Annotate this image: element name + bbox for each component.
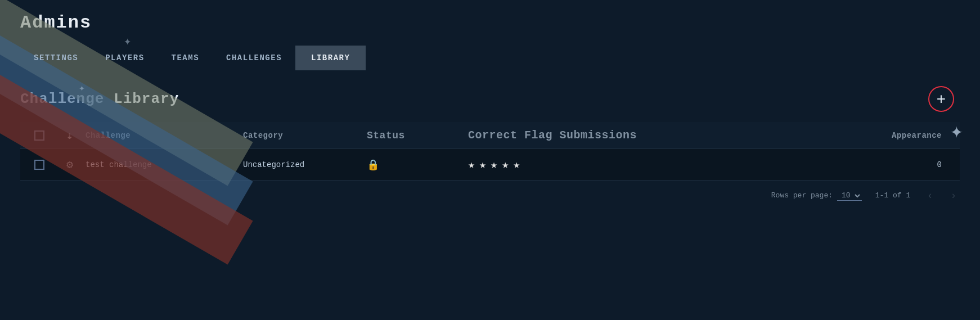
row-action-col: ⚙ [54, 157, 86, 172]
table-header: ⇣ Challenge Category Status Correct Flag… [20, 122, 960, 149]
header-category: Category [243, 131, 367, 140]
rows-per-page-select[interactable]: 5 10 25 50 [837, 191, 862, 201]
header-action-col: ⇣ [54, 128, 86, 142]
star-3: ★ [491, 157, 497, 172]
star-1: ★ [468, 157, 475, 172]
header-challenge: Challenge [86, 131, 243, 140]
tab-teams[interactable]: TEAMS [158, 48, 213, 68]
gear-icon[interactable]: ⚙ [66, 157, 73, 172]
next-page-button[interactable]: › [947, 188, 960, 202]
nav-tabs: SETTINGS PLAYERS TEAMS CHALLENGES LIBRAR… [0, 33, 980, 70]
row-flags: ★ ★ ★ ★ ★ [468, 157, 865, 172]
header-checkbox-col [25, 130, 54, 141]
prev-page-button[interactable]: ‹ [924, 188, 936, 202]
table-footer: Rows per page: 5 10 25 50 1-1 of 1 ‹ › [0, 181, 980, 210]
rows-per-page-label: Rows per page: [771, 191, 833, 200]
add-challenge-button[interactable]: + [928, 86, 954, 112]
row-status: 🔒 [367, 159, 468, 171]
table-row: ⚙ test challenge Uncategorized 🔒 ★ ★ ★ ★… [20, 149, 960, 181]
row-appearance: 0 [865, 160, 955, 169]
tab-challenges[interactable]: CHALLENGES [213, 48, 295, 68]
row-checkbox[interactable] [34, 160, 44, 170]
header-status: Status [367, 130, 468, 141]
page-title: Challenge Library [20, 91, 179, 107]
row-challenge-name[interactable]: test challenge [86, 160, 243, 169]
row-category: Uncategorized [243, 160, 367, 169]
challenges-table: ⇣ Challenge Category Status Correct Flag… [20, 122, 960, 181]
tab-library[interactable]: LIBRARY [295, 46, 366, 70]
star-4: ★ [502, 157, 509, 172]
download-icon[interactable]: ⇣ [66, 128, 74, 142]
tab-players[interactable]: PLAYERS [92, 48, 158, 68]
header-flags: Correct Flag Submissions [468, 129, 865, 142]
star-2: ★ [479, 157, 486, 172]
pagination-info: 1-1 of 1 [873, 191, 912, 200]
lock-icon: 🔒 [367, 160, 379, 171]
row-checkbox-col [25, 160, 54, 170]
rows-per-page: Rows per page: 5 10 25 50 [771, 191, 862, 201]
select-all-checkbox[interactable] [34, 130, 44, 141]
tab-settings[interactable]: SETTINGS [20, 48, 92, 68]
app-wrapper: ✦ ✦ ✦ Admins SETTINGS PLAYERS TEAMS CHAL… [0, 0, 980, 320]
page-header: Challenge Library + [0, 70, 980, 122]
star-5: ★ [513, 157, 520, 172]
app-title: Admins [0, 0, 980, 33]
header-appearance: Appearance [865, 131, 955, 140]
